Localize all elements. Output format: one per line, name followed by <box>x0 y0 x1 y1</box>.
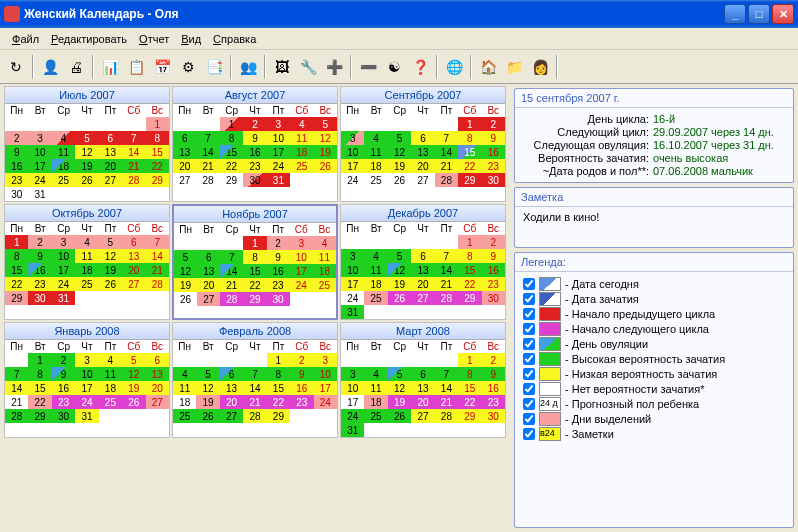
day-cell[interactable]: 12 <box>314 131 337 145</box>
day-cell[interactable]: 30 <box>28 291 51 305</box>
month-header[interactable]: Июль 2007 <box>5 87 169 104</box>
day-cell[interactable]: 7 <box>146 235 169 249</box>
day-cell[interactable]: 7 <box>435 249 458 263</box>
day-cell[interactable]: 13 <box>197 264 220 278</box>
day-cell[interactable]: 23 <box>482 159 505 173</box>
day-cell[interactable]: 3 <box>28 131 51 145</box>
day-cell[interactable]: 27 <box>411 409 434 423</box>
day-cell[interactable]: 19 <box>75 159 98 173</box>
month-header[interactable]: Декабрь 2007 <box>341 205 505 222</box>
day-cell[interactable]: 23 <box>5 173 28 187</box>
day-cell[interactable]: 22 <box>146 159 169 173</box>
toolbar-btn-15[interactable]: 🌐 <box>442 55 466 79</box>
day-cell[interactable]: 6 <box>411 249 434 263</box>
day-cell[interactable]: 10 <box>267 131 290 145</box>
day-cell[interactable]: 16 <box>28 263 51 277</box>
day-cell[interactable]: 8 <box>458 131 481 145</box>
day-cell[interactable]: 18 <box>364 395 387 409</box>
day-cell[interactable]: 17 <box>75 381 98 395</box>
day-cell[interactable]: 14 <box>220 264 243 278</box>
toolbar-btn-14[interactable]: ❓ <box>408 55 432 79</box>
toolbar-btn-6[interactable]: ⚙ <box>176 55 200 79</box>
day-cell[interactable]: 15 <box>267 381 290 395</box>
day-cell[interactable]: 3 <box>341 367 364 381</box>
day-cell[interactable]: 25 <box>364 291 387 305</box>
day-cell[interactable]: 16 <box>267 264 290 278</box>
day-cell[interactable]: 1 <box>267 353 290 367</box>
day-cell[interactable]: 25 <box>290 159 313 173</box>
day-cell[interactable]: 10 <box>341 263 364 277</box>
day-cell[interactable]: 3 <box>267 117 290 131</box>
day-cell[interactable]: 27 <box>197 292 220 306</box>
day-cell[interactable]: 16 <box>482 145 505 159</box>
day-cell[interactable]: 4 <box>313 236 336 250</box>
day-cell[interactable]: 16 <box>482 381 505 395</box>
day-cell[interactable]: 9 <box>482 131 505 145</box>
toolbar-btn-11[interactable]: ➕ <box>322 55 346 79</box>
day-cell[interactable]: 7 <box>122 131 145 145</box>
day-cell[interactable]: 16 <box>243 145 266 159</box>
day-cell[interactable]: 18 <box>52 159 75 173</box>
day-cell[interactable]: 12 <box>388 381 411 395</box>
day-cell[interactable]: 3 <box>52 235 75 249</box>
day-cell[interactable]: 14 <box>5 381 28 395</box>
day-cell[interactable]: 13 <box>411 145 434 159</box>
day-cell[interactable]: 29 <box>28 409 51 423</box>
day-cell[interactable]: 29 <box>267 409 290 423</box>
day-cell[interactable]: 23 <box>290 395 313 409</box>
day-cell[interactable]: 4 <box>173 367 196 381</box>
day-cell[interactable]: 22 <box>243 278 266 292</box>
menu-Справка[interactable]: Справка <box>207 31 262 47</box>
day-cell[interactable]: 5 <box>122 353 145 367</box>
day-cell[interactable]: 8 <box>458 249 481 263</box>
day-cell[interactable]: 26 <box>122 395 145 409</box>
day-cell[interactable]: 17 <box>52 263 75 277</box>
day-cell[interactable]: 19 <box>122 381 145 395</box>
menu-Отчет[interactable]: Отчет <box>133 31 175 47</box>
day-cell[interactable]: 26 <box>388 173 411 187</box>
day-cell[interactable]: 30 <box>5 187 28 201</box>
day-cell[interactable]: 16 <box>482 263 505 277</box>
day-cell[interactable]: 23 <box>52 395 75 409</box>
toolbar-btn-9[interactable]: 🖼 <box>270 55 294 79</box>
day-cell[interactable]: 7 <box>243 367 266 381</box>
day-cell[interactable]: 12 <box>99 249 122 263</box>
toolbar-btn-10[interactable]: 🔧 <box>296 55 320 79</box>
day-cell[interactable]: 14 <box>243 381 266 395</box>
day-cell[interactable]: 10 <box>52 249 75 263</box>
day-cell[interactable]: 6 <box>197 250 220 264</box>
day-cell[interactable]: 2 <box>5 131 28 145</box>
day-cell[interactable]: 8 <box>220 131 243 145</box>
day-cell[interactable]: 1 <box>5 235 28 249</box>
day-cell[interactable]: 13 <box>220 381 243 395</box>
day-cell[interactable]: 6 <box>146 353 169 367</box>
day-cell[interactable]: 9 <box>5 145 28 159</box>
day-cell[interactable]: 2 <box>482 235 505 249</box>
day-cell[interactable]: 9 <box>482 367 505 381</box>
day-cell[interactable]: 25 <box>364 409 387 423</box>
day-cell[interactable]: 8 <box>267 367 290 381</box>
day-cell[interactable]: 3 <box>75 353 98 367</box>
day-cell[interactable]: 14 <box>146 249 169 263</box>
day-cell[interactable]: 15 <box>458 381 481 395</box>
day-cell[interactable]: 30 <box>52 409 75 423</box>
toolbar-btn-12[interactable]: ➖ <box>356 55 380 79</box>
day-cell[interactable]: 19 <box>174 278 197 292</box>
day-cell[interactable]: 15 <box>458 263 481 277</box>
day-cell[interactable]: 22 <box>458 395 481 409</box>
day-cell[interactable]: 31 <box>28 187 51 201</box>
day-cell[interactable]: 4 <box>75 235 98 249</box>
day-cell[interactable]: 18 <box>364 277 387 291</box>
day-cell[interactable]: 11 <box>75 249 98 263</box>
day-cell[interactable]: 3 <box>341 131 364 145</box>
legend-checkbox[interactable] <box>523 368 535 380</box>
day-cell[interactable]: 28 <box>435 291 458 305</box>
toolbar-btn-1[interactable]: 👤 <box>38 55 62 79</box>
toolbar-btn-7[interactable]: 📑 <box>202 55 226 79</box>
day-cell[interactable]: 26 <box>75 173 98 187</box>
day-cell[interactable]: 24 <box>75 395 98 409</box>
day-cell[interactable]: 2 <box>267 236 290 250</box>
day-cell[interactable]: 31 <box>341 423 364 437</box>
day-cell[interactable]: 9 <box>28 249 51 263</box>
toolbar-btn-0[interactable]: ↻ <box>4 55 28 79</box>
